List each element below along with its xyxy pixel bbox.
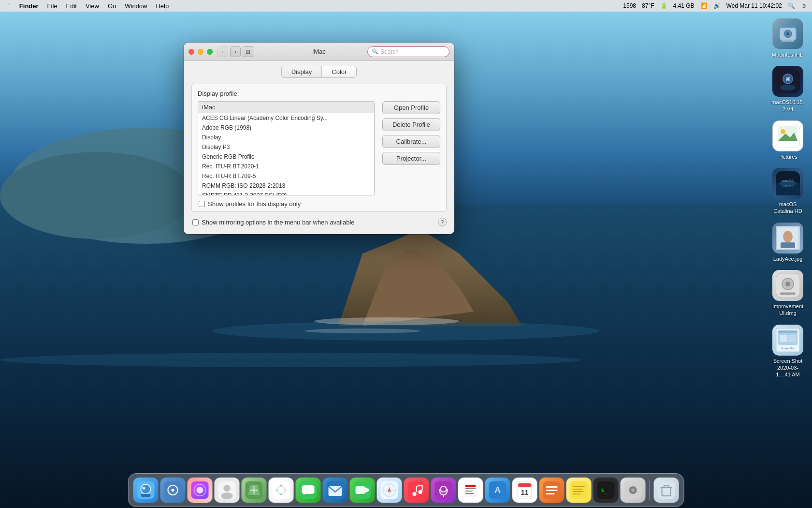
- dmg-label: ImprovementUI.dmg: [770, 303, 805, 317]
- dock-item-siri[interactable]: [188, 478, 213, 503]
- svg-text:11: 11: [521, 489, 529, 496]
- menubar-right: 1598 87°F 🔋 4.41 GB 📶 🔊 Wed Mar 11 10:42…: [622, 2, 808, 9]
- svg-point-54: [224, 485, 231, 492]
- profile-list-container: iMac ACES CG Linear (Academy Color Encod…: [198, 101, 375, 195]
- calibrate-button[interactable]: Calibrate...: [382, 135, 440, 148]
- dock-item-podcasts[interactable]: [431, 478, 456, 503]
- profile-item-7[interactable]: ROMM RGB: ISO 22028-2:2013: [198, 181, 374, 191]
- open-profile-button[interactable]: Open Profile: [382, 101, 440, 114]
- dock-item-trash[interactable]: [654, 478, 679, 503]
- svg-rect-41: [788, 335, 796, 342]
- window-nav-buttons: ‹ ›: [218, 46, 241, 57]
- window-menu[interactable]: Window: [121, 0, 151, 11]
- svg-rect-40: [780, 335, 787, 342]
- back-button[interactable]: ‹: [218, 46, 228, 57]
- desktop-icon-dmg[interactable]: ImprovementUI ImprovementUI.dmg: [768, 268, 807, 319]
- menu-cpu: 1598: [622, 2, 638, 9]
- close-button[interactable]: [188, 49, 194, 55]
- svg-text:Catalina: Catalina: [783, 184, 794, 187]
- desktop:  Finder File Edit View Go Window Help 1…: [0, 0, 812, 508]
- svg-rect-1: [0, 205, 812, 508]
- tab-display[interactable]: Display: [281, 66, 322, 78]
- help-menu[interactable]: Help: [152, 0, 173, 11]
- desktop-icon-catalina[interactable]: macOS Catalina macOS Catalina HD: [768, 166, 807, 217]
- svg-rect-97: [573, 486, 585, 487]
- svg-text:ImprovementUI: ImprovementUI: [780, 292, 796, 295]
- screenshot-label: Screen Shot2020-03-1....41 AM: [770, 358, 805, 378]
- svg-marker-4: [338, 229, 522, 326]
- menu-search[interactable]: 🔍: [786, 2, 797, 9]
- desktop-icon-macos[interactable]: ⌘ macOS10.15.2 V4: [768, 64, 807, 115]
- svg-rect-100: [573, 493, 581, 494]
- tabs-bar: Display Color: [191, 66, 447, 78]
- edit-menu[interactable]: Edit: [62, 0, 81, 11]
- tab-color[interactable]: Color: [321, 66, 357, 78]
- search-input[interactable]: [380, 48, 445, 55]
- window-titlebar: ‹ › ⊞ iMac 🔍: [184, 43, 454, 61]
- show-profiles-checkbox[interactable]: [199, 201, 205, 207]
- profile-list[interactable]: ACES CG Linear (Academy Color Encoding S…: [198, 113, 375, 195]
- svg-rect-93: [546, 486, 558, 488]
- projector-button[interactable]: Projector...: [382, 152, 440, 165]
- svg-rect-45: [141, 494, 151, 497]
- dock-item-facetime[interactable]: [350, 478, 375, 503]
- svg-rect-96: [570, 481, 588, 499]
- svg-text:$_: $_: [601, 487, 608, 493]
- svg-rect-61: [302, 485, 315, 494]
- file-menu[interactable]: File: [44, 0, 61, 11]
- dock-item-launchpad[interactable]: [160, 478, 186, 503]
- apple-menu[interactable]: : [4, 0, 14, 11]
- view-menu[interactable]: View: [82, 0, 103, 11]
- window-search[interactable]: 🔍: [367, 46, 450, 57]
- dock-item-news[interactable]: [458, 478, 483, 503]
- dock-item-contacts[interactable]: [215, 478, 240, 503]
- dock-item-appstore[interactable]: A: [485, 478, 510, 503]
- dock-item-maps[interactable]: [242, 478, 267, 503]
- dock-item-notes[interactable]: [566, 478, 592, 503]
- finder-menu[interactable]: Finder: [15, 0, 43, 11]
- svg-marker-5: [362, 249, 474, 326]
- show-profiles-label: Show profiles for this display only: [208, 200, 301, 208]
- forward-button[interactable]: ›: [230, 46, 241, 57]
- profile-item-5[interactable]: Rec. ITU-R BT.2020-1: [198, 162, 374, 171]
- maximize-button[interactable]: [207, 49, 213, 55]
- dock: A 11 $_: [128, 473, 684, 507]
- profile-item-6[interactable]: Rec. ITU-R BT.709-5: [198, 171, 374, 181]
- dock-item-reminders[interactable]: [539, 478, 565, 503]
- dock-item-safari[interactable]: [377, 478, 402, 503]
- dock-item-photos[interactable]: [269, 478, 294, 503]
- dock-item-mail[interactable]: [323, 478, 348, 503]
- dock-item-sysprefs[interactable]: [621, 478, 646, 503]
- profile-item-2[interactable]: Display: [198, 133, 374, 142]
- svg-point-52: [197, 487, 203, 493]
- help-button[interactable]: ?: [438, 218, 447, 226]
- profile-selected[interactable]: iMac: [198, 101, 375, 113]
- go-menu[interactable]: Go: [104, 0, 120, 11]
- desktop-icon-macintoshhd[interactable]: MacintoshHD: [768, 16, 807, 60]
- profile-item-0[interactable]: ACES CG Linear (Academy Color Encoding S…: [198, 113, 374, 123]
- grid-button[interactable]: ⊞: [243, 46, 253, 57]
- dock-item-calendar[interactable]: 11: [512, 478, 537, 503]
- macintoshhd-label: MacintoshHD: [772, 51, 804, 58]
- profile-item-1[interactable]: Adobe RGB (1998): [198, 123, 374, 133]
- dock-item-finder[interactable]: [133, 478, 159, 503]
- profile-item-8[interactable]: SMPTE RP 431-2-2007 DCI (P3): [198, 191, 374, 195]
- dock-item-music[interactable]: [404, 478, 429, 503]
- svg-point-76: [419, 490, 422, 494]
- pictures-label: Pictures: [778, 153, 798, 160]
- desktop-icon-ladyace[interactable]: LadyAce.jpg: [768, 221, 807, 264]
- profile-item-3[interactable]: Display P3: [198, 142, 374, 152]
- desktop-icon-pictures[interactable]: Pictures: [768, 119, 807, 162]
- dock-item-terminal[interactable]: $_: [594, 478, 619, 503]
- desktop-icons: MacintoshHD ⌘ macOS10.15.2 V4: [768, 16, 807, 380]
- macintoshhd-icon: [772, 18, 803, 49]
- menu-siri[interactable]: ☺: [799, 2, 808, 9]
- show-mirroring-checkbox[interactable]: [192, 219, 199, 225]
- dock-item-messages[interactable]: [296, 478, 321, 503]
- delete-profile-button[interactable]: Delete Profile: [382, 118, 440, 131]
- desktop-icon-screenshot[interactable]: Screen Shot Screen Shot2020-03-1....41 A…: [768, 323, 807, 380]
- profile-item-4[interactable]: Generic RGB Profile: [198, 152, 374, 162]
- minimize-button[interactable]: [198, 49, 203, 55]
- svg-text:macOS: macOS: [782, 179, 794, 182]
- svg-point-8: [314, 317, 459, 325]
